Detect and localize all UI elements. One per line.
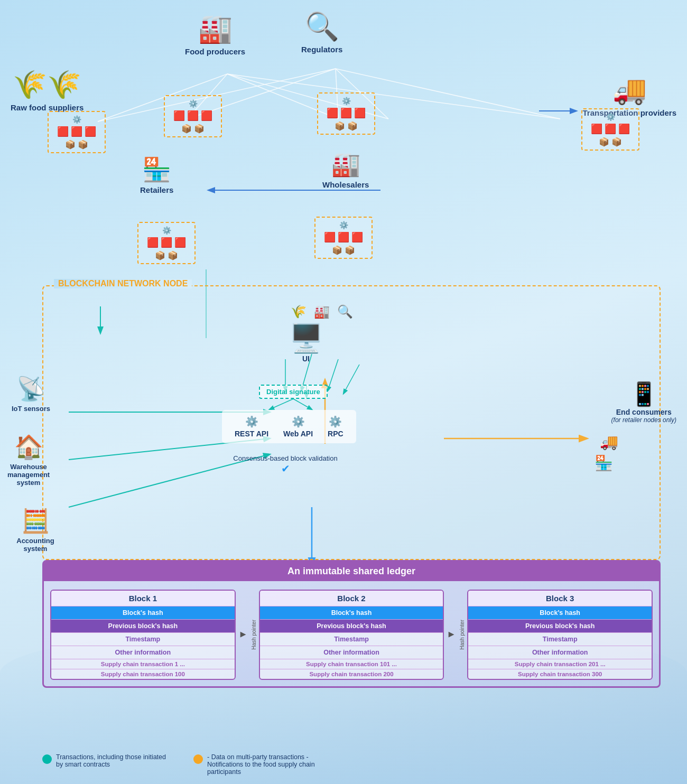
retailers-node-box: ⚙️ 🟥 🟥 🟥 📦 📦 (137, 222, 196, 264)
magnify-small-icon: 🔍 (337, 304, 353, 319)
wheat-small-icon: 🌾 (291, 304, 307, 319)
block-3-other: Other information (468, 646, 652, 659)
block-2-timestamp: Timestamp (260, 632, 443, 646)
transport-node-box: ⚙️ 🟥 🟥 🟥 📦 📦 (581, 108, 639, 151)
block-1-tx1: Supply chain transaction 1 ... (51, 659, 235, 669)
block-2-hash: Block's hash (260, 606, 443, 619)
block-3-tx1: Supply chain transaction 201 ... (468, 659, 652, 669)
web-api-item: ⚙️ Web API (283, 415, 313, 438)
rest-api-item: ⚙️ REST API (235, 415, 268, 438)
hp-arrow-2: ◄ (446, 630, 457, 640)
hash-pointer-2: ◄ Hash pointer (446, 617, 465, 653)
accounting-system: 🧮 Accounting system (12, 507, 59, 553)
retailers-label: Retailers (140, 185, 173, 194)
block-1-prev-hash: Previous block's hash (51, 619, 235, 632)
block-1: Block 1 Block's hash Previous block's ha… (50, 590, 236, 680)
node-gear-6: ⚙️ (339, 221, 348, 229)
block-3-tx2: Supply chain transaction 300 (468, 669, 652, 679)
block-3-title: Block 3 (468, 591, 652, 606)
ui-label: UI (259, 354, 353, 363)
digital-signature-box: Digital signature (259, 380, 328, 403)
node-gear-2: ⚙️ (189, 99, 198, 108)
block-3: Block 3 Block's hash Previous block's ha… (467, 590, 653, 680)
hash-pointer-label-2: Hash pointer (459, 620, 465, 650)
legend-teal-text: Transactions, including those initiated … (56, 753, 172, 768)
block-2-other: Other information (260, 646, 443, 659)
wholesalers-node-box: ⚙️ 🟥 🟥 🟥 📦 📦 (314, 217, 373, 259)
block-1-hash: Block's hash (51, 606, 235, 619)
wheat-icon: 🌾🌾 (11, 69, 83, 101)
regulator-node-box: ⚙️ 🟥 🟥 🟥 📦 📦 (317, 92, 375, 135)
end-consumers: 📱 End consumers (for retailer nodes only… (611, 380, 676, 424)
iot-label: IoT sensors (12, 405, 50, 413)
node-gear-1: ⚙️ (72, 115, 81, 124)
node-gear-3: ⚙️ (342, 97, 351, 105)
consensus-area: Consensus-based block validation ✔ (233, 454, 338, 475)
rest-gear-icon: ⚙️ (245, 415, 258, 428)
ledger-title: An immutable shared ledger (44, 562, 659, 581)
mobile-icon: 📱 (611, 380, 676, 408)
block-2-tx2: Supply chain transaction 200 (260, 669, 443, 679)
yellow-dot (193, 754, 203, 764)
accounting-label: Accounting system (12, 537, 59, 553)
truck-icon: 🚚 (582, 74, 676, 106)
raw-supplier-node-box: ⚙️ 🟥 🟥 🟥 📦 📦 (48, 111, 106, 153)
hp-arrow-1: ◄ (238, 630, 249, 640)
block-1-title: Block 1 (51, 591, 235, 606)
rpc-label: RPC (328, 430, 344, 438)
wholesalers: 🏭 Wholesalers (322, 151, 369, 189)
rpc-gear-icon: ⚙️ (329, 415, 342, 428)
blockchain-node-title: BLOCKCHAIN NETWORK NODE (54, 279, 192, 288)
block-2: Block 2 Block's hash Previous block's ha… (259, 590, 444, 680)
consensus-label: Consensus-based block validation ✔ (233, 454, 338, 475)
immutable-ledger: An immutable shared ledger Block 1 Block… (42, 560, 661, 688)
teal-dot (42, 754, 52, 764)
monitor-icon: 🖥️ (259, 322, 353, 354)
node-gear-5: ⚙️ (162, 226, 171, 235)
rest-api-label: REST API (235, 430, 268, 438)
retailers: 🏪 Retailers (140, 156, 173, 194)
food-producers: 🏭 Food producers (185, 13, 245, 56)
block-1-tx2: Supply chain transaction 100 (51, 669, 235, 679)
block-2-tx1: Supply chain transaction 101 ... (260, 659, 443, 669)
rpc-item: ⚙️ RPC (328, 415, 344, 438)
svg-line-4 (227, 74, 560, 119)
block-3-hash: Block's hash (468, 606, 652, 619)
accounting-icon: 🧮 (21, 507, 50, 535)
hash-pointer-label-1: Hash pointer (251, 620, 257, 650)
regulators: 🔍 Regulators (301, 11, 342, 54)
digital-signature-label: Digital signature (259, 385, 328, 399)
end-consumers-sublabel: (for retailer nodes only) (611, 416, 676, 424)
node-gear-4: ⚙️ (606, 113, 615, 121)
warehouse-system: 🏠 Warehouse management system (7, 433, 50, 487)
magnify-icon: 🔍 (301, 11, 342, 43)
end-consumers-label: End consumers (611, 408, 676, 416)
hash-pointer-1: ◄ Hash pointer (238, 617, 257, 653)
warehouse-icon: 🏠 (14, 433, 43, 461)
iot-icon: 📡 (16, 375, 45, 403)
food-producers-label: Food producers (185, 47, 245, 56)
block-1-timestamp: Timestamp (51, 632, 235, 646)
house-small: 🏪 (595, 454, 613, 472)
factory-small-icon: 🏭 (314, 304, 330, 319)
wholesalers-label: Wholesalers (322, 180, 369, 189)
warehouse-icon: 🏭 (322, 151, 369, 178)
ui-area: 🌾 🏭 🔍 🖥️ UI (259, 304, 353, 363)
checkmark-icon: ✔ (281, 463, 290, 474)
raw-food-suppliers: 🌾🌾 Raw food suppliers (11, 69, 83, 112)
block-3-timestamp: Timestamp (468, 632, 652, 646)
iot-sensors: 📡 IoT sensors (12, 375, 50, 413)
legend-yellow-text: - Data on multi-party transactions - Not… (207, 753, 323, 776)
legend: Transactions, including those initiated … (42, 753, 323, 776)
warehouse-label: Warehouse management system (7, 463, 50, 487)
legend-teal: Transactions, including those initiated … (42, 753, 172, 768)
block-2-prev-hash: Previous block's hash (260, 619, 443, 632)
web-gear-icon: ⚙️ (292, 415, 305, 428)
web-api-label: Web API (283, 430, 313, 438)
block-2-title: Block 2 (260, 591, 443, 606)
blocks-row: Block 1 Block's hash Previous block's ha… (44, 581, 659, 686)
regulators-label: Regulators (301, 45, 342, 54)
truck-small: 🚚 (600, 433, 618, 451)
legend-yellow: - Data on multi-party transactions - Not… (193, 753, 323, 776)
block-3-prev-hash: Previous block's hash (468, 619, 652, 632)
